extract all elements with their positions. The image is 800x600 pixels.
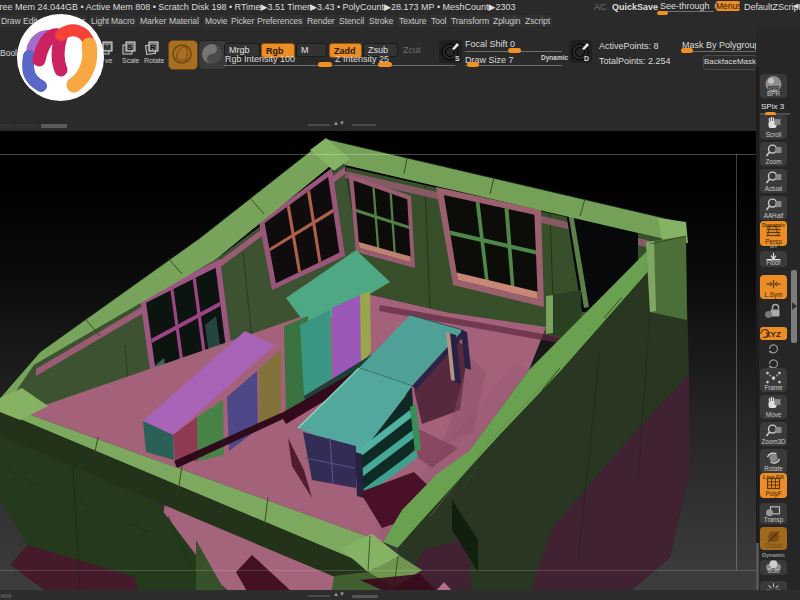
- svg-text:M: M: [104, 43, 111, 52]
- svg-text:Ghost: Ghost: [765, 542, 782, 549]
- svg-text:PolyF: PolyF: [765, 490, 781, 498]
- svg-text:S: S: [455, 55, 460, 62]
- svg-text:SPix 3: SPix 3: [761, 102, 785, 111]
- svg-text:Zoom: Zoom: [765, 158, 781, 165]
- svg-text:Rotate: Rotate: [764, 465, 783, 472]
- svg-text:XYZ: XYZ: [765, 330, 781, 339]
- svg-text:Move: Move: [766, 411, 782, 418]
- svg-text:AAHalf: AAHalf: [764, 212, 784, 219]
- svg-text:Rotate: Rotate: [144, 57, 164, 64]
- svg-text:Transp: Transp: [764, 516, 784, 524]
- svg-text:BPR: BPR: [767, 90, 780, 97]
- svg-text:Dynamic: Dynamic: [762, 222, 785, 228]
- svg-text:Scroll: Scroll: [766, 131, 782, 138]
- svg-text:Frame: Frame: [764, 384, 783, 391]
- svg-text:Actual: Actual: [765, 185, 783, 192]
- svg-text:S: S: [127, 43, 133, 52]
- svg-text:R: R: [150, 43, 156, 52]
- svg-text:D: D: [584, 55, 589, 62]
- svg-text:⊞▾: ⊞▾: [770, 243, 778, 249]
- svg-text:Floor: Floor: [766, 259, 780, 266]
- svg-text:Solo: Solo: [767, 567, 780, 574]
- svg-text:Zoom3D: Zoom3D: [761, 438, 786, 445]
- svg-text:Line Fill: Line Fill: [763, 474, 784, 480]
- svg-text:L.Sym: L.Sym: [765, 291, 783, 299]
- svg-text:ve: ve: [105, 57, 113, 64]
- svg-text:Dynamic: Dynamic: [762, 552, 785, 558]
- svg-text:Scale: Scale: [122, 57, 140, 64]
